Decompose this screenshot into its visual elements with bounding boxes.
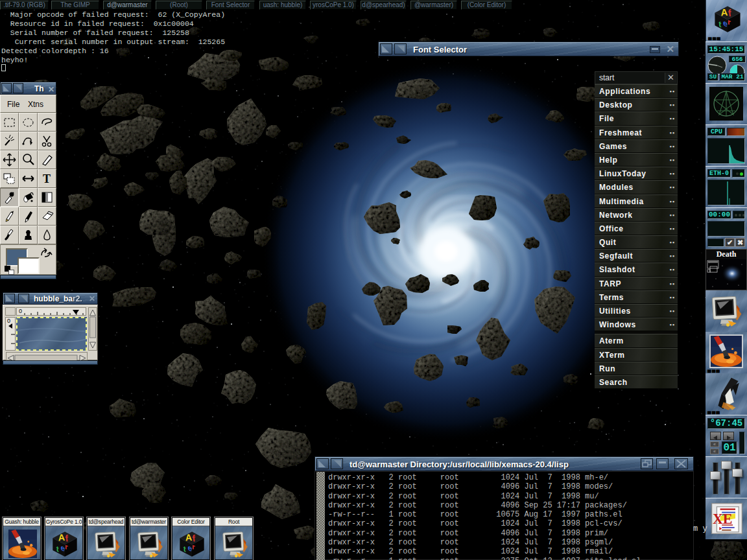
svg-text:t: t (718, 19, 722, 29)
svg-text:r: r (65, 542, 68, 552)
svg-text:r: r (192, 542, 195, 552)
svg-text:r: r (728, 17, 731, 27)
svg-text:T: T (43, 172, 51, 185)
svg-text:XE: XE (713, 511, 733, 527)
